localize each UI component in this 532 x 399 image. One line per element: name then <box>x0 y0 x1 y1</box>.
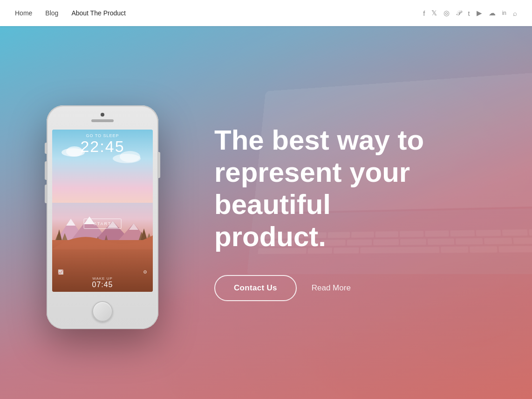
pinterest-icon[interactable]: 𝒫 <box>456 9 461 17</box>
nav-home[interactable]: Home <box>15 9 32 17</box>
read-more-button[interactable]: Read More <box>312 283 351 293</box>
twitter-icon[interactable]: 𝕏 <box>431 9 437 17</box>
sleep-time: 22:45 <box>52 138 153 155</box>
phone-home-button[interactable] <box>92 301 113 322</box>
search-icon[interactable]: ⌕ <box>513 9 517 17</box>
screen-header: GO TO SLEEP 22:45 <box>52 133 153 155</box>
hero-text-block: The best way to represent your beautiful… <box>214 124 532 301</box>
wake-label: WAKE UP <box>56 276 149 281</box>
nav-blog[interactable]: Blog <box>45 9 58 17</box>
tumblr-icon[interactable]: t <box>468 9 470 17</box>
hero-heading-line1: The best way to <box>214 124 424 156</box>
hero-section: GO TO SLEEP 22:45 <box>0 26 532 399</box>
contact-us-button[interactable]: Contact Us <box>214 275 297 301</box>
phone-mute-button <box>45 143 47 154</box>
phone-screen: GO TO SLEEP 22:45 <box>52 130 153 292</box>
youtube-icon[interactable]: ▶ <box>477 9 482 17</box>
phone-power-button <box>158 152 160 178</box>
phone-camera <box>101 113 104 117</box>
instagram-icon[interactable]: ◎ <box>443 9 450 17</box>
wake-time: 07:45 <box>56 281 149 289</box>
phone-volume-up-button <box>45 161 47 180</box>
facebook-icon[interactable]: f <box>423 9 425 17</box>
nav-social-icons: f 𝕏 ◎ 𝒫 t ▶ ☁ in ⌕ <box>423 9 517 17</box>
phone-mockup: GO TO SLEEP 22:45 <box>47 105 158 329</box>
screen-bottom: 📈 ⚙ WAKE UP 07:45 <box>52 243 153 292</box>
linkedin-icon[interactable]: in <box>502 10 506 16</box>
stats-icon: 📈 <box>58 269 63 275</box>
settings-icon: ⚙ <box>143 269 147 275</box>
hero-heading-line2: represent your <box>214 157 410 188</box>
soundcloud-icon[interactable]: ☁ <box>489 9 496 17</box>
screen-bottom-icons: 📈 ⚙ <box>56 268 149 276</box>
phone-speaker <box>91 119 114 122</box>
start-button[interactable]: START <box>84 219 122 229</box>
nav-about[interactable]: About The Product <box>71 9 125 17</box>
phone-volume-down-button <box>45 185 47 203</box>
phone-body: GO TO SLEEP 22:45 <box>47 105 158 329</box>
phone-top-elements <box>91 113 114 122</box>
hero-heading: The best way to represent your beautiful… <box>214 124 447 253</box>
navbar: Home Blog About The Product f 𝕏 ◎ 𝒫 t ▶ … <box>0 0 532 26</box>
hero-buttons: Contact Us Read More <box>214 275 532 301</box>
hero-heading-line3: beautiful product. <box>214 189 331 252</box>
nav-links: Home Blog About The Product <box>15 9 126 17</box>
